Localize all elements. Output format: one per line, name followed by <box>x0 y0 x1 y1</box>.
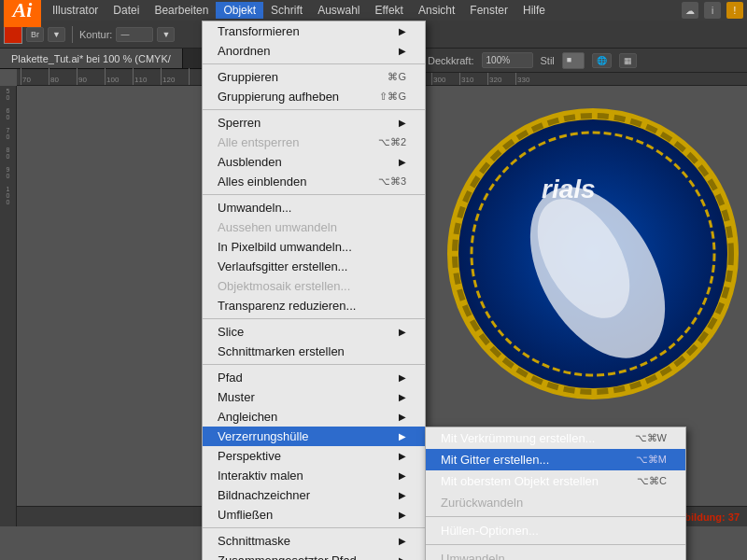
ruler-tick: 240 <box>263 68 291 85</box>
menu-item-illustrator[interactable]: Illustrator <box>45 2 106 19</box>
warning-icon[interactable]: ! <box>726 2 743 19</box>
submenu-item-umwandeln2-label: Umwandeln <box>441 552 667 560</box>
ruler-tick: 90 <box>77 68 105 85</box>
submenu-item-umwandeln2[interactable]: Umwandeln <box>426 548 685 560</box>
ruler-tick: 250 <box>291 68 319 85</box>
ruler-tick: 70 <box>21 68 49 85</box>
menu-item-effekt[interactable]: Effekt <box>367 2 410 19</box>
ruler-tick: 110 <box>133 68 161 85</box>
brush-icon[interactable]: Br <box>26 27 44 42</box>
options-icon-2[interactable]: ▦ <box>619 53 637 68</box>
deckkraft-input[interactable]: 100% <box>482 52 533 68</box>
ruler-tick <box>189 68 235 85</box>
ruler-tick: 280 <box>375 68 403 85</box>
kontur-value[interactable]: — <box>116 27 153 42</box>
fill-color-swatch[interactable] <box>4 25 22 44</box>
menu-item-fenster[interactable]: Fenster <box>462 2 515 19</box>
ruler-tick: 230 <box>235 68 263 85</box>
ruler-tick: 270 <box>347 68 375 85</box>
artwork-area: rials <box>439 86 747 441</box>
menu-item-bearbeiten[interactable]: Bearbeiten <box>147 2 216 19</box>
app-logo: Ai <box>4 0 41 27</box>
menu-item-schnittmaske[interactable]: Schnittmaske ▶ <box>203 531 425 551</box>
stil-label: Stil <box>541 55 555 66</box>
toolbar-dropdown[interactable]: ▼ <box>48 27 65 42</box>
menu-item-schnittmaske-label: Schnittmaske <box>218 534 389 548</box>
tab-label: Plakette_Tut.ai* bei 100 % (CMYK/ <box>11 53 171 64</box>
status-bar: Abbildung: 37 <box>17 506 747 526</box>
menu-item-ansicht[interactable]: Ansicht <box>411 2 462 19</box>
menu-item-zusammengesetzter-pfad-label: Zusammengesetzter Pfad <box>218 553 389 560</box>
toolbar-separator-1 <box>72 26 73 43</box>
options-icon-1[interactable]: 🌐 <box>592 53 612 68</box>
menu-item-hilfe[interactable]: Hilfe <box>515 2 553 19</box>
submenu-separator-2 <box>426 544 685 545</box>
menu-item-datei[interactable]: Datei <box>106 2 147 19</box>
ruler-tick: 260 <box>319 68 347 85</box>
deckkraft-label: Deckkraft: <box>428 55 474 66</box>
stil-swatch[interactable]: ■ <box>562 52 585 69</box>
toolbar: Br ▼ Kontur: — ▼ <box>0 21 747 49</box>
submenu-arrow: ▶ <box>399 536 406 546</box>
kontur-label: Kontur: <box>79 29 112 40</box>
options-bar: Deckkraft: 100% Stil ■ 🌐 ▦ <box>420 49 747 73</box>
cloud-icon[interactable]: ☁ <box>682 2 698 19</box>
canvas-area[interactable]: rials <box>17 86 747 506</box>
menu-bar-right: ☁ i ! <box>682 2 743 19</box>
info-icon[interactable]: i <box>704 2 721 19</box>
ruler-tick: 100 <box>105 68 133 85</box>
menu-bar: Ai Illustrator Datei Bearbeiten Objekt S… <box>0 0 747 21</box>
stroke-weight[interactable]: ▼ <box>157 27 175 42</box>
menu-item-schrift[interactable]: Schrift <box>263 2 310 19</box>
ruler-tick: 120 <box>161 68 189 85</box>
document-tab[interactable]: Plakette_Tut.ai* bei 100 % (CMYK/ <box>0 49 183 68</box>
menu-item-auswahl[interactable]: Auswahl <box>310 2 367 19</box>
ruler-tick: 80 <box>49 68 77 85</box>
menu-item-zusammengesetzter-pfad[interactable]: Zusammengesetzter Pfad ▶ <box>203 551 425 560</box>
menu-item-objekt[interactable]: Objekt <box>216 2 263 19</box>
vertical-ruler: 5060708090100 <box>0 86 17 526</box>
submenu-arrow: ▶ <box>399 555 406 560</box>
figure-label: Abbildung: 37 <box>671 511 740 523</box>
svg-text:rials: rials <box>542 175 596 203</box>
menu-separator-6 <box>203 527 425 528</box>
artwork-svg: rials <box>439 86 747 441</box>
